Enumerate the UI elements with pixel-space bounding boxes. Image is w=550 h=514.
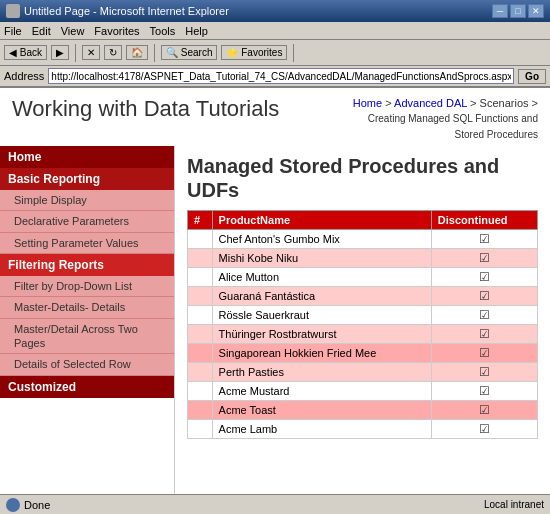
discontinued-checkbox xyxy=(479,384,490,398)
table-row: Perth Pasties xyxy=(188,363,538,382)
main-content: Managed Stored Procedures and UDFs # Pro… xyxy=(175,146,550,494)
discontinued-checkbox xyxy=(479,270,490,284)
breadcrumb-scenarios: Scenarios xyxy=(480,97,529,109)
window-title: Untitled Page - Microsoft Internet Explo… xyxy=(24,5,229,17)
sidebar-item-filter-dropdown[interactable]: Filter by Drop-Down List xyxy=(0,276,174,297)
cell-discontinued xyxy=(431,230,537,249)
breadcrumb-home[interactable]: Home xyxy=(353,97,382,109)
minimize-button[interactable]: ─ xyxy=(492,4,508,18)
menu-edit[interactable]: Edit xyxy=(32,25,51,37)
close-button[interactable]: ✕ xyxy=(528,4,544,18)
cell-row-num xyxy=(188,420,213,439)
menu-favorites[interactable]: Favorites xyxy=(94,25,139,37)
page-header: Working with Data Tutorials Home > Advan… xyxy=(0,88,550,146)
status-icon xyxy=(6,498,20,512)
toolbar-separator-1 xyxy=(75,44,76,62)
sidebar-item-master-detail-pages[interactable]: Master/Detail Across Two Pages xyxy=(0,319,174,355)
address-input[interactable] xyxy=(48,68,514,84)
window-controls[interactable]: ─ □ ✕ xyxy=(492,4,544,18)
cell-product-name: Acme Toast xyxy=(212,401,431,420)
home-button[interactable]: 🏠 xyxy=(126,45,148,60)
go-button[interactable]: Go xyxy=(518,69,546,84)
sidebar-group-basic-reporting[interactable]: Basic Reporting xyxy=(0,168,174,190)
sidebar-group-customized[interactable]: Customized xyxy=(0,376,174,398)
discontinued-checkbox xyxy=(479,251,490,265)
address-label: Address xyxy=(4,70,44,82)
sidebar-item-declarative-parameters[interactable]: Declarative Parameters xyxy=(0,211,174,232)
toolbar: ◀ Back ▶ ✕ ↻ 🏠 🔍 Search ⭐ Favorites xyxy=(0,40,550,66)
cell-row-num xyxy=(188,306,213,325)
menu-help[interactable]: Help xyxy=(185,25,208,37)
table-row: Acme Toast xyxy=(188,401,538,420)
menu-file[interactable]: File xyxy=(4,25,22,37)
breadcrumb-sep2: > xyxy=(467,97,480,109)
cell-row-num xyxy=(188,344,213,363)
cell-discontinued xyxy=(431,306,537,325)
table-row: Thüringer Rostbratwurst xyxy=(188,325,538,344)
table-row: Acme Lamb xyxy=(188,420,538,439)
address-bar: Address Go xyxy=(0,66,550,88)
cell-row-num xyxy=(188,287,213,306)
discontinued-checkbox xyxy=(479,346,490,360)
menu-tools[interactable]: Tools xyxy=(150,25,176,37)
back-button[interactable]: ◀ Back xyxy=(4,45,47,60)
refresh-button[interactable]: ↻ xyxy=(104,45,122,60)
menu-view[interactable]: View xyxy=(61,25,85,37)
sidebar-item-details-selected-row[interactable]: Details of Selected Row xyxy=(0,354,174,375)
sidebar-item-master-details[interactable]: Master-Details- Details xyxy=(0,297,174,318)
cell-discontinued xyxy=(431,249,537,268)
discontinued-checkbox xyxy=(479,308,490,322)
table-row: Acme Mustard xyxy=(188,382,538,401)
section-title: Managed Stored Procedures and UDFs xyxy=(187,154,538,202)
cell-product-name: Singaporean Hokkien Fried Mee xyxy=(212,344,431,363)
cell-product-name: Alice Mutton xyxy=(212,268,431,287)
cell-product-name: Guaraná Fantástica xyxy=(212,287,431,306)
cell-product-name: Chef Anton's Gumbo Mix xyxy=(212,230,431,249)
breadcrumb-sep1: > xyxy=(382,97,394,109)
cell-discontinued xyxy=(431,325,537,344)
discontinued-checkbox xyxy=(479,403,490,417)
breadcrumb-advanced-dal[interactable]: Advanced DAL xyxy=(394,97,467,109)
maximize-button[interactable]: □ xyxy=(510,4,526,18)
breadcrumb-current: Creating Managed SQL Functions and Store… xyxy=(368,113,538,139)
table-row: Singaporean Hokkien Fried Mee xyxy=(188,344,538,363)
stop-button[interactable]: ✕ xyxy=(82,45,100,60)
cell-product-name: Acme Mustard xyxy=(212,382,431,401)
table-row: Alice Mutton xyxy=(188,268,538,287)
cell-row-num xyxy=(188,230,213,249)
favorites-button[interactable]: ⭐ Favorites xyxy=(221,45,287,60)
breadcrumb-sep3: > xyxy=(529,97,538,109)
discontinued-checkbox xyxy=(479,289,490,303)
table-row: Mishi Kobe Niku xyxy=(188,249,538,268)
col-header-product: ProductName xyxy=(212,211,431,230)
status-bar: Done Local intranet xyxy=(0,494,550,514)
col-header-num: # xyxy=(188,211,213,230)
cell-product-name: Perth Pasties xyxy=(212,363,431,382)
cell-row-num xyxy=(188,382,213,401)
discontinued-checkbox xyxy=(479,327,490,341)
cell-product-name: Rössle Sauerkraut xyxy=(212,306,431,325)
cell-row-num xyxy=(188,363,213,382)
status-zone: Local intranet xyxy=(484,499,544,510)
discontinued-checkbox xyxy=(479,422,490,436)
cell-discontinued xyxy=(431,382,537,401)
cell-product-name: Thüringer Rostbratwurst xyxy=(212,325,431,344)
content-area: Home Basic Reporting Simple Display Decl… xyxy=(0,146,550,494)
table-row: Chef Anton's Gumbo Mix xyxy=(188,230,538,249)
cell-discontinued xyxy=(431,401,537,420)
cell-discontinued xyxy=(431,344,537,363)
cell-row-num xyxy=(188,249,213,268)
data-table: # ProductName Discontinued Chef Anton's … xyxy=(187,210,538,439)
toolbar-separator-3 xyxy=(293,44,294,62)
cell-row-num xyxy=(188,401,213,420)
cell-row-num xyxy=(188,268,213,287)
app-icon xyxy=(6,4,20,18)
sidebar-group-filtering-reports[interactable]: Filtering Reports xyxy=(0,254,174,276)
search-button[interactable]: 🔍 Search xyxy=(161,45,217,60)
sidebar-group-home[interactable]: Home xyxy=(0,146,174,168)
sidebar-item-setting-parameter-values[interactable]: Setting Parameter Values xyxy=(0,233,174,254)
forward-button[interactable]: ▶ xyxy=(51,45,69,60)
sidebar-item-simple-display[interactable]: Simple Display xyxy=(0,190,174,211)
status-text: Done xyxy=(24,499,50,511)
col-header-discontinued: Discontinued xyxy=(431,211,537,230)
